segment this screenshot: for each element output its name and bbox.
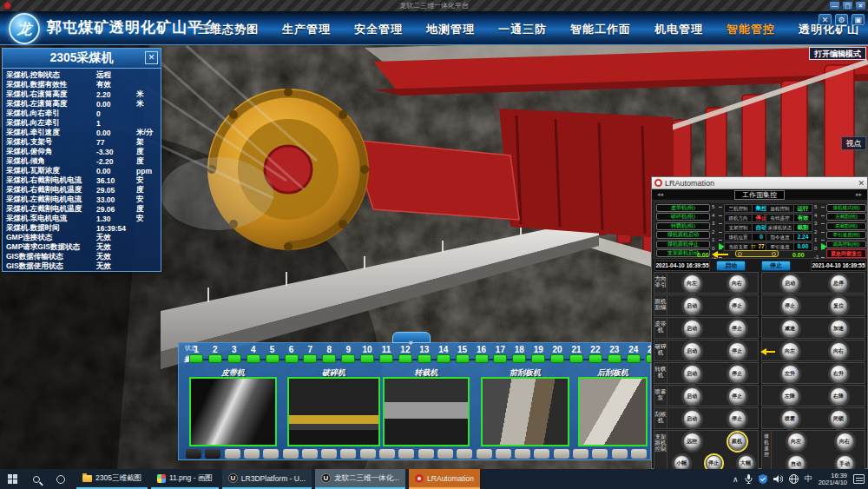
taskbar-app-11.png - 画图[interactable]: 11.png - 画图 xyxy=(151,469,219,489)
fullscreen-icon[interactable]: ▣ xyxy=(852,14,865,25)
ime-indicator[interactable]: 中 xyxy=(805,473,812,485)
filmstrip-frame[interactable] xyxy=(302,449,318,459)
preset-button[interactable]: 右截割(组) xyxy=(826,222,866,230)
sequence-button[interactable]: 煤机跟机停止 xyxy=(656,241,710,248)
filmstrip-frame[interactable] xyxy=(515,449,530,459)
control-button-停止[interactable]: 停止 xyxy=(728,410,746,428)
control-button-总停[interactable]: 总停 xyxy=(830,274,848,293)
camera-thumbnail-2[interactable] xyxy=(287,377,380,446)
filmstrip-frame[interactable] xyxy=(244,449,260,459)
camera-thumbnail-5[interactable] xyxy=(578,377,648,446)
taskbar-app-龙软二三维一体化...[interactable]: U龙软二三维一体化... xyxy=(315,469,405,489)
control-button-喷雾[interactable]: 喷雾 xyxy=(781,410,799,428)
control-button-减速[interactable]: 减速 xyxy=(781,320,799,338)
control-button-复位[interactable]: 复位 xyxy=(830,297,848,315)
filmstrip-frame[interactable] xyxy=(398,449,414,459)
start-button[interactable] xyxy=(0,469,24,489)
control-button-停止[interactable]: 停止 xyxy=(728,365,746,383)
preset-button[interactable]: 调高控制(组) xyxy=(826,241,866,248)
control-button-启动[interactable]: 启动 xyxy=(683,365,701,383)
settings-gear-icon[interactable]: ⚙ xyxy=(835,14,848,25)
control-button-启动[interactable]: 启动 xyxy=(683,410,701,428)
lr-titlebar[interactable]: LRAutomation ✕ xyxy=(652,177,867,189)
preset-button[interactable]: 牵引速度(组) xyxy=(826,231,866,239)
nav-item-地测管理[interactable]: 地测管理 xyxy=(426,22,475,37)
filmstrip-frame[interactable] xyxy=(205,449,220,459)
control-button-停止[interactable]: 停止 xyxy=(728,320,746,338)
control-button-向左[interactable]: 向左 xyxy=(683,274,701,293)
control-button-向右[interactable]: 向右 xyxy=(728,274,746,293)
open-edit-mode-button[interactable]: 打开编辑模式 xyxy=(809,47,866,60)
preset-button[interactable]: 煤机模式(组) xyxy=(826,204,866,212)
filmstrip-frame[interactable] xyxy=(340,449,356,459)
filmstrip-frame[interactable] xyxy=(457,449,472,459)
close-button[interactable]: ✕ xyxy=(855,1,866,10)
network-globe-icon[interactable] xyxy=(789,474,799,484)
nav-item-智能工作面[interactable]: 智能工作面 xyxy=(570,22,631,37)
control-button-加速[interactable]: 加速 xyxy=(830,320,848,338)
tray-chevron-icon[interactable]: ∧ xyxy=(733,475,739,484)
control-button-停止[interactable]: 停止 xyxy=(728,342,746,360)
tab-scroll-right-icon[interactable]: ▸▸ xyxy=(856,191,862,198)
filmstrip-frame[interactable] xyxy=(283,449,299,459)
control-button-启动[interactable]: 启动 xyxy=(781,274,799,293)
control-button-向左[interactable]: 向左 xyxy=(787,433,806,451)
control-button-右降[interactable]: 右降 xyxy=(830,387,848,406)
filmstrip-frame[interactable] xyxy=(534,449,549,459)
sequence-button[interactable]: 转载机(组) xyxy=(656,222,710,230)
nav-item-智能管控[interactable]: 智能管控 xyxy=(727,22,775,37)
taskbar-app-LR3DPlatform - U...[interactable]: ULR3DPlatform - U... xyxy=(222,469,312,489)
filmstrip-frame[interactable] xyxy=(418,449,434,459)
control-button-启动[interactable]: 启动 xyxy=(683,297,701,315)
emergency-lock-reset-button[interactable]: 紧急闭锁复位 xyxy=(826,249,866,258)
filmstrip-frame[interactable] xyxy=(360,449,376,459)
filmstrip-frame[interactable] xyxy=(225,449,240,459)
nav-item-三维态势图[interactable]: 三维态势图 xyxy=(198,22,259,37)
filmstrip-frame[interactable] xyxy=(437,449,453,459)
filmstrip-frame[interactable] xyxy=(379,449,395,459)
control-button-停止[interactable]: 停止 xyxy=(728,297,746,315)
panel-close-icon[interactable]: ✕ xyxy=(145,51,158,64)
filmstrip-frame[interactable] xyxy=(631,449,647,459)
filmstrip-frame[interactable] xyxy=(477,449,492,459)
taskbar-app-2305三维截图[interactable]: 2305三维截图 xyxy=(76,469,148,489)
control-button-停止[interactable]: 停止 xyxy=(728,387,746,406)
control-button-启动[interactable]: 启动 xyxy=(683,387,701,406)
filmstrip-frame[interactable] xyxy=(263,449,279,459)
control-button-闭锁[interactable]: 闭锁 xyxy=(830,410,848,428)
control-button-停止[interactable]: 停止 xyxy=(781,297,799,315)
maximize-button[interactable]: ▢ xyxy=(842,1,853,10)
control-button-启动[interactable]: 启动 xyxy=(683,320,701,338)
filmstrip-frame[interactable] xyxy=(573,449,589,459)
search-button[interactable] xyxy=(24,469,49,489)
preset-button[interactable]: 左截割(组) xyxy=(826,213,866,221)
control-button-左降[interactable]: 左降 xyxy=(781,387,799,406)
control-button-向右[interactable]: 向右 xyxy=(830,342,848,360)
tools-icon[interactable]: ✕ xyxy=(819,14,832,25)
sequence-button[interactable]: 煤机跟机启动 xyxy=(656,231,710,239)
filmstrip-frame[interactable] xyxy=(186,449,201,459)
filmstrip-frame[interactable] xyxy=(592,449,608,459)
nav-item-安全管理[interactable]: 安全管理 xyxy=(354,22,403,37)
speaker-icon[interactable] xyxy=(773,474,783,484)
cortana-button[interactable] xyxy=(49,469,73,489)
camera-thumbnail-1[interactable] xyxy=(189,377,277,446)
taskbar-app-LRAutomation[interactable]: LRAutomation xyxy=(409,469,480,489)
camera-panel-collapse-button[interactable]: « xyxy=(392,332,431,343)
start-button[interactable]: 启动 xyxy=(716,261,746,271)
control-button-向左[interactable]: 向左 xyxy=(781,342,799,360)
control-button-远控[interactable]: 远控 xyxy=(683,433,701,451)
sequence-button[interactable]: 破碎机(组) xyxy=(656,213,710,221)
control-button-启动[interactable]: 启动 xyxy=(683,342,701,360)
control-button-右升[interactable]: 右升 xyxy=(830,365,848,383)
nav-item-一通三防[interactable]: 一通三防 xyxy=(498,22,547,37)
shearer-position-slider[interactable] xyxy=(735,250,779,257)
stop-button[interactable]: 停止 xyxy=(761,261,791,271)
tab-scroll-left-icon[interactable]: ◂◂ xyxy=(657,191,663,198)
notification-center-icon[interactable] xyxy=(853,474,865,484)
filmstrip-frame[interactable] xyxy=(496,449,511,459)
sequence-button[interactable]: 皮带机(组) xyxy=(656,204,710,212)
lr-close-icon[interactable]: ✕ xyxy=(858,179,865,188)
microphone-icon[interactable] xyxy=(745,474,753,484)
nav-item-生产管理[interactable]: 生产管理 xyxy=(282,22,331,37)
